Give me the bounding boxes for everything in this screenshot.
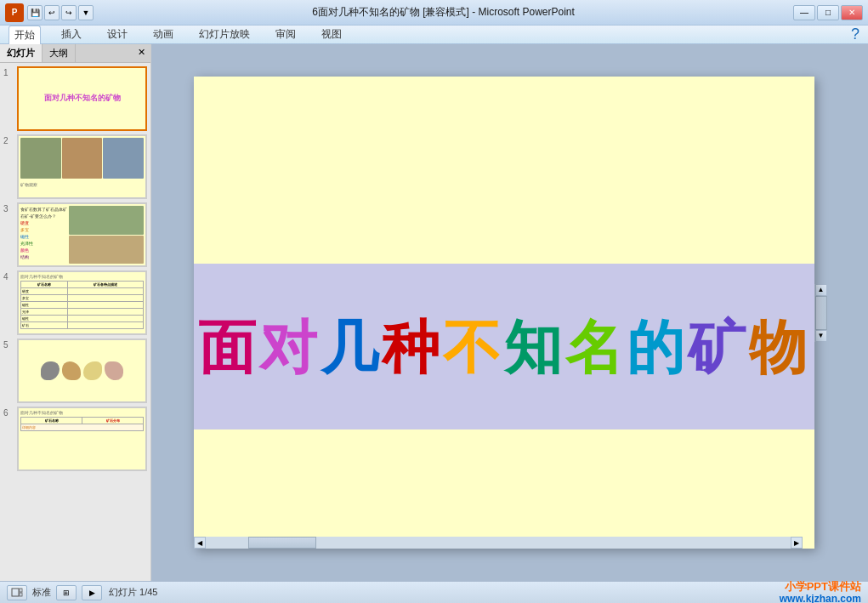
brand-area: 小学PPT课件站 www.kjzhan.com: [780, 580, 861, 603]
scroll-right-button[interactable]: ▶: [791, 537, 803, 549]
thumb-photo-2: [62, 138, 103, 179]
slide-6-table: 矿石名称矿石分布 详细内容: [20, 417, 144, 431]
slide-item-6[interactable]: 6 面对几种不知名的矿物 矿石名称矿石分布 详细内容: [3, 407, 147, 471]
slide-item-4[interactable]: 4 面对几种不知名的矿物 矿石名称矿石各特点描述 硬度 多宝 磁性 光泽 磁性 …: [3, 270, 147, 335]
slide-3-photos: [69, 206, 144, 264]
slide-2-caption: 矿物观察: [19, 180, 145, 189]
slide-thumb-4[interactable]: 面对几种不知名的矿物 矿石名称矿石各特点描述 硬度 多宝 磁性 光泽 磁性 矿石: [17, 270, 147, 335]
slide-thumb-3[interactable]: 食矿石数算了矿石晶体矿石矿-矿要怎么办？ 硬度 多宝 磁性 光泽性 颜色 结构: [17, 202, 147, 267]
slide-5-rocks: [36, 356, 128, 385]
scroll-track-v[interactable]: [815, 296, 826, 330]
view-icon-3[interactable]: ▶: [82, 585, 102, 600]
slide-thumb-1[interactable]: 面对几种不知名的矿物: [17, 66, 147, 131]
view-icon-2[interactable]: ⊞: [56, 585, 77, 600]
view-controls: 标准 ⊞ ▶: [7, 585, 102, 600]
tab-review[interactable]: 审阅: [270, 26, 301, 43]
slide-number-5: 5: [3, 338, 17, 350]
scroll-thumb-v[interactable]: [815, 296, 827, 330]
rock-3: [83, 361, 102, 380]
title-char-8: 的: [627, 318, 688, 376]
slide-4-title: 面对几种不知名的矿物: [20, 274, 144, 279]
slide-status: 幻灯片 1/45: [109, 586, 773, 599]
slide-1-preview-text: 面对几种不知名的矿物: [44, 94, 121, 104]
dropdown-button[interactable]: ▼: [78, 5, 94, 20]
scroll-up-button[interactable]: ▲: [815, 284, 827, 296]
maximize-button[interactable]: □: [817, 5, 839, 20]
title-char-4: 种: [382, 318, 443, 376]
slides-panel: 幻灯片 大纲 ✕ 1 面对几种不知名的矿物 2: [0, 44, 151, 581]
undo-button[interactable]: ↩: [44, 5, 60, 20]
minimize-button[interactable]: —: [793, 5, 815, 20]
slide-blue-band: 面 对 几 种 不 知 名 的 矿 物: [194, 264, 814, 429]
slide-yellow-top: [194, 77, 814, 264]
vertical-scrollbar: ▲ ▼: [814, 284, 826, 342]
title-bar: P 💾 ↩ ↪ ▼ 6面对几种不知名的矿物 [兼容模式] - Microsoft…: [0, 0, 868, 26]
slide-thumb-2[interactable]: 矿物观察: [17, 134, 147, 199]
window-controls: — □ ✕: [793, 5, 863, 20]
title-char-5: 不: [443, 318, 504, 376]
slide-number-1: 1: [3, 66, 17, 77]
app-icon: P: [5, 3, 24, 22]
brand-text: 小学PPT课件站: [785, 580, 861, 594]
title-char-3: 几: [321, 318, 382, 376]
rock-1: [41, 361, 60, 380]
slide-3-text: 食矿石数算了矿石晶体矿石矿-矿要怎么办？ 硬度 多宝 磁性 光泽性 颜色 结构: [20, 206, 67, 264]
scroll-thumb-h[interactable]: [248, 537, 316, 549]
slide-item-5[interactable]: 5: [3, 338, 147, 403]
slides-tabs: 幻灯片 大纲 ✕: [0, 44, 150, 63]
canvas-area: 面 对 几 种 不 知 名 的 矿 物 ◀ ▶: [151, 44, 868, 581]
slide-number-6: 6: [3, 407, 17, 418]
bottom-bar: 标准 ⊞ ▶ 幻灯片 1/45 小学PPT课件站 www.kjzhan.com: [0, 581, 868, 603]
rock-2: [62, 361, 81, 380]
rock-4: [105, 361, 123, 380]
thumb-photo-3: [103, 138, 144, 179]
slide-canvas[interactable]: 面 对 几 种 不 知 名 的 矿 物 ◀ ▶: [194, 77, 814, 549]
svg-rect-0: [12, 589, 19, 596]
help-icon[interactable]: ?: [851, 26, 859, 43]
slide-thumb-6[interactable]: 面对几种不知名的矿物 矿石名称矿石分布 详细内容: [17, 407, 147, 471]
thumb-photo-1: [20, 138, 61, 179]
tab-design[interactable]: 设计: [102, 26, 133, 43]
scroll-left-button[interactable]: ◀: [194, 537, 206, 549]
slides-list: 1 面对几种不知名的矿物 2 矿物观察: [0, 63, 150, 581]
slide-thumb-5[interactable]: [17, 338, 147, 403]
title-char-10: 物: [749, 318, 810, 376]
tab-animation[interactable]: 动画: [148, 26, 179, 43]
title-char-7: 名: [565, 318, 627, 376]
tab-home[interactable]: 开始: [9, 26, 41, 44]
svg-rect-1: [20, 589, 22, 592]
window-title: 6面对几种不知名的矿物 [兼容模式] - Microsoft PowerPoin…: [94, 5, 793, 20]
svg-rect-2: [20, 593, 22, 596]
slide-item-2[interactable]: 2 矿物观察: [3, 134, 147, 199]
quick-access: 💾 ↩ ↪ ▼: [27, 5, 94, 20]
tab-view[interactable]: 视图: [316, 26, 347, 43]
ribbon: 开始 插入 设计 动画 幻灯片放映 审阅 视图 ?: [0, 26, 868, 44]
tab-slides[interactable]: 幻灯片: [0, 44, 43, 62]
view-normal-button[interactable]: [7, 585, 27, 600]
title-char-9: 矿: [688, 318, 749, 376]
title-bar-left: P 💾 ↩ ↪ ▼: [5, 3, 94, 22]
slide-yellow-bottom: [194, 429, 814, 549]
slide-number-4: 4: [3, 270, 17, 282]
brand-url: www.kjzhan.com: [780, 593, 861, 603]
tab-insert[interactable]: 插入: [56, 26, 87, 43]
title-char-1: 面: [198, 318, 259, 376]
tab-outline[interactable]: 大纲: [43, 44, 76, 62]
title-char-2: 对: [259, 318, 321, 376]
redo-button[interactable]: ↪: [61, 5, 77, 20]
slide-number-2: 2: [3, 134, 17, 145]
view-standard-label: 标准: [32, 586, 51, 599]
title-char-6: 知: [504, 318, 565, 376]
horizontal-scrollbar[interactable]: ◀ ▶: [194, 537, 803, 549]
close-button[interactable]: ✕: [841, 5, 863, 20]
main-layout: 幻灯片 大纲 ✕ 1 面对几种不知名的矿物 2: [0, 44, 868, 581]
slide-4-table: 矿石名称矿石各特点描述 硬度 多宝 磁性 光泽 磁性 矿石: [20, 281, 144, 329]
save-button[interactable]: 💾: [27, 5, 43, 20]
close-panel-button[interactable]: ✕: [133, 44, 150, 62]
slide-6-title: 面对几种不知名的矿物: [20, 410, 144, 415]
scroll-track-h[interactable]: [206, 537, 791, 549]
scroll-down-button[interactable]: ▼: [815, 330, 827, 342]
slide-item-1[interactable]: 1 面对几种不知名的矿物: [3, 66, 147, 131]
slide-item-3[interactable]: 3 食矿石数算了矿石晶体矿石矿-矿要怎么办？ 硬度 多宝 磁性 光泽性 颜色 结…: [3, 202, 147, 267]
tab-slideshow[interactable]: 幻灯片放映: [194, 26, 255, 43]
